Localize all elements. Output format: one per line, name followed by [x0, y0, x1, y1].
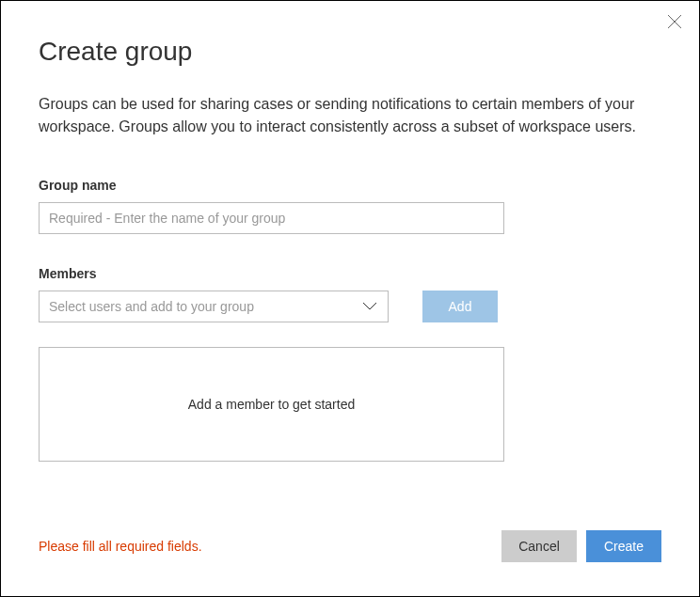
dialog-description: Groups can be used for sharing cases or …: [39, 93, 661, 138]
close-button[interactable]: [667, 14, 682, 29]
add-button[interactable]: Add: [422, 291, 498, 322]
members-section: Members Select users and add to your gro…: [39, 266, 661, 322]
members-list-box: Add a member to get started: [39, 347, 504, 462]
cancel-button[interactable]: Cancel: [501, 530, 577, 562]
group-name-section: Group name: [39, 178, 661, 234]
members-select-wrapper: Select users and add to your group: [39, 291, 389, 322]
members-select[interactable]: Select users and add to your group: [39, 291, 389, 322]
footer-buttons: Cancel Create: [501, 530, 661, 562]
members-row: Select users and add to your group Add: [39, 291, 661, 322]
error-message: Please fill all required fields.: [39, 539, 202, 554]
members-empty-text: Add a member to get started: [188, 397, 355, 412]
members-select-placeholder: Select users and add to your group: [49, 299, 254, 314]
create-button[interactable]: Create: [586, 530, 661, 562]
dialog-content: Create group Groups can be used for shar…: [1, 1, 699, 462]
group-name-input[interactable]: [39, 202, 504, 234]
dialog-title: Create group: [39, 37, 661, 67]
group-name-label: Group name: [39, 178, 661, 193]
members-label: Members: [39, 266, 661, 281]
dialog-footer: Please fill all required fields. Cancel …: [39, 530, 661, 562]
close-icon: [667, 14, 682, 29]
